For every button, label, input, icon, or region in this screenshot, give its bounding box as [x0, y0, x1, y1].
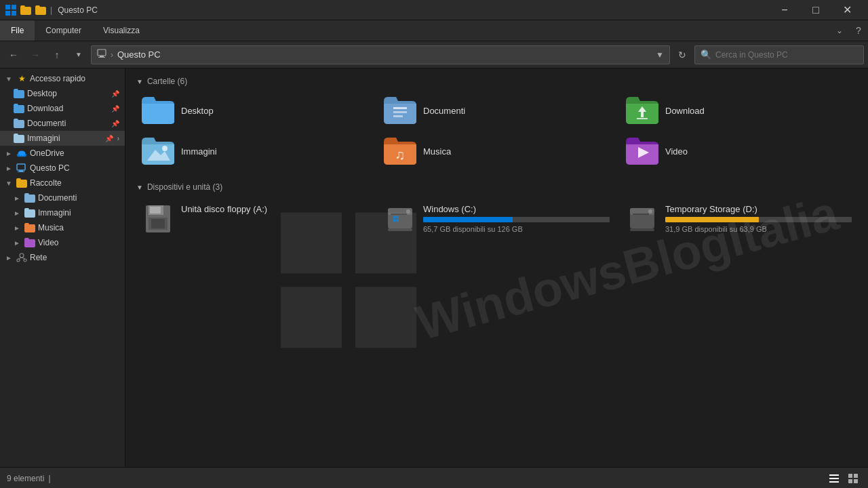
title-bar: | Questo PC − □ ✕	[0, 0, 868, 20]
pin-images-icon: 📌	[105, 135, 113, 142]
minimize-button[interactable]: −	[769, 0, 800, 20]
path-separator: ›	[111, 50, 113, 60]
d-drive-name: Temporary Storage (D:)	[665, 204, 852, 214]
svg-rect-56	[854, 474, 858, 478]
hdd-d-icon	[626, 204, 658, 234]
d-drive-info: Temporary Storage (D:) 31,9 GB disponibi…	[665, 204, 852, 233]
docs-folder-icon	[384, 97, 416, 124]
list-view-button[interactable]	[826, 470, 842, 487]
title-separator: |	[50, 5, 52, 15]
folder-immagini[interactable]: Immagini	[136, 134, 373, 169]
svg-rect-52	[829, 474, 839, 476]
item-count: 9 elementi	[7, 474, 44, 483]
svg-rect-13	[18, 171, 24, 172]
svg-rect-11	[17, 164, 25, 170]
svg-rect-12	[19, 170, 23, 171]
up-button[interactable]: ↑	[47, 45, 66, 64]
sidebar-onedrive-label: OneDrive	[30, 148, 119, 158]
chevron-down-raccolte-icon: ▼	[5, 180, 14, 187]
sidebar-rete[interactable]: ► Rete	[0, 250, 125, 265]
svg-text:↓: ↓	[18, 107, 20, 112]
svg-rect-2	[5, 11, 10, 16]
sidebar-quick-access[interactable]: ▼ ★ Accesso rapido	[0, 71, 125, 86]
refresh-button[interactable]: ↻	[673, 45, 692, 64]
tab-computer[interactable]: Computer	[35, 20, 92, 41]
svg-rect-3	[12, 11, 16, 16]
star-icon: ★	[16, 73, 27, 84]
folder-download-icon: ↓	[14, 103, 24, 114]
sidebar-raccolte[interactable]: ▼ Raccolte	[0, 176, 125, 190]
chevron-right-rmus-icon: ►	[14, 224, 22, 232]
svg-rect-50	[633, 214, 649, 215]
d-drive-bar-fill	[665, 217, 759, 222]
back-button[interactable]: ←	[4, 45, 23, 64]
video-folder-icon	[626, 138, 658, 165]
folder-download[interactable]: Download	[620, 93, 857, 128]
sidebar-onedrive[interactable]: ► OneDrive	[0, 146, 125, 161]
window-title: Questo PC	[58, 5, 769, 15]
video-folder-name: Video	[665, 146, 688, 157]
sidebar-questo-pc[interactable]: ► Questo PC	[0, 161, 125, 176]
folder-desktop[interactable]: Desktop	[136, 93, 373, 128]
folder-musica[interactable]: ♫ Musica	[378, 134, 615, 169]
download-folder-icon	[626, 97, 658, 124]
c-drive-name: Windows (C:)	[423, 204, 610, 214]
svg-rect-21	[281, 287, 342, 348]
svg-rect-22	[355, 287, 416, 348]
sidebar-raccolte-immagini[interactable]: ► Immagini	[0, 205, 125, 220]
sidebar-raccolte-musica[interactable]: ► Musica	[0, 220, 125, 235]
sidebar-download-label: Download	[27, 104, 108, 113]
sidebar-documenti-label: Documenti	[27, 119, 108, 128]
sidebar-raccolte-documenti[interactable]: ► Documenti	[0, 190, 125, 205]
grid-view-button[interactable]	[845, 470, 861, 487]
path-dropdown-icon[interactable]: ▼	[656, 50, 664, 60]
recent-button[interactable]: ▼	[69, 45, 88, 64]
drive-grid: Unità disco floppy (A:)	[136, 199, 857, 239]
svg-rect-23	[393, 107, 407, 109]
sidebar-questo-pc-label: Questo PC	[30, 163, 119, 173]
folder-rimages-icon	[24, 207, 35, 218]
svg-point-10	[18, 150, 26, 155]
c-drive-info: Windows (C:) 65,7 GB disponibili su 126 …	[423, 204, 610, 233]
chevron-right-rimg-icon: ►	[14, 209, 22, 217]
ribbon-expand-button[interactable]: ⌄	[830, 21, 849, 40]
sidebar-item-desktop[interactable]: Desktop 📌	[0, 86, 125, 101]
folders-section-label: Cartelle (6)	[147, 77, 187, 86]
sidebar-item-immagini[interactable]: Immagini 📌 ›	[0, 131, 125, 146]
images-folder-icon	[142, 138, 174, 165]
drive-c[interactable]: Windows (C:) 65,7 GB disponibili su 126 …	[378, 199, 615, 239]
close-button[interactable]: ✕	[831, 0, 863, 20]
tab-file[interactable]: File	[0, 20, 35, 41]
folder-documenti[interactable]: Documenti	[378, 93, 615, 128]
folder-icon	[20, 5, 31, 15]
drive-floppy[interactable]: Unità disco floppy (A:)	[136, 199, 373, 239]
d-drive-desc: 31,9 GB disponibili su 63,9 GB	[665, 225, 852, 233]
sidebar-raccolte-video[interactable]: ► Video	[0, 235, 125, 250]
svg-point-39	[406, 209, 410, 214]
svg-rect-54	[829, 481, 839, 483]
sidebar-item-download[interactable]: ↓ Download 📌	[0, 101, 125, 116]
svg-rect-53	[829, 478, 839, 479]
tab-visualizza[interactable]: Visualizza	[92, 20, 151, 41]
svg-rect-1	[12, 5, 16, 9]
forward-button[interactable]: →	[26, 45, 45, 64]
chevron-down-icon: ▼	[5, 75, 14, 83]
ribbon-help-button[interactable]: ?	[849, 21, 868, 40]
svg-point-14	[20, 253, 24, 258]
svg-rect-57	[848, 479, 852, 483]
folder-video[interactable]: Video	[620, 134, 857, 169]
address-path-box[interactable]: › Questo PC ▼	[91, 45, 670, 64]
search-box[interactable]: 🔍	[694, 45, 864, 64]
collections-icon	[16, 178, 27, 188]
svg-rect-44	[397, 216, 399, 219]
sidebar-raccolte-vid-label: Video	[38, 238, 119, 247]
search-input[interactable]	[715, 50, 858, 60]
chevron-devices-icon: ▼	[136, 184, 143, 191]
sidebar-item-documenti[interactable]: Documenti 📌	[0, 116, 125, 131]
devices-section-header: ▼ Dispositivi e unità (3)	[136, 182, 857, 192]
documenti-folder-name: Documenti	[423, 106, 465, 116]
folder-rvideo-icon	[24, 237, 35, 248]
maximize-button[interactable]: □	[800, 0, 831, 20]
folder-images-icon	[14, 133, 24, 144]
drive-d[interactable]: Temporary Storage (D:) 31,9 GB disponibi…	[620, 199, 857, 239]
